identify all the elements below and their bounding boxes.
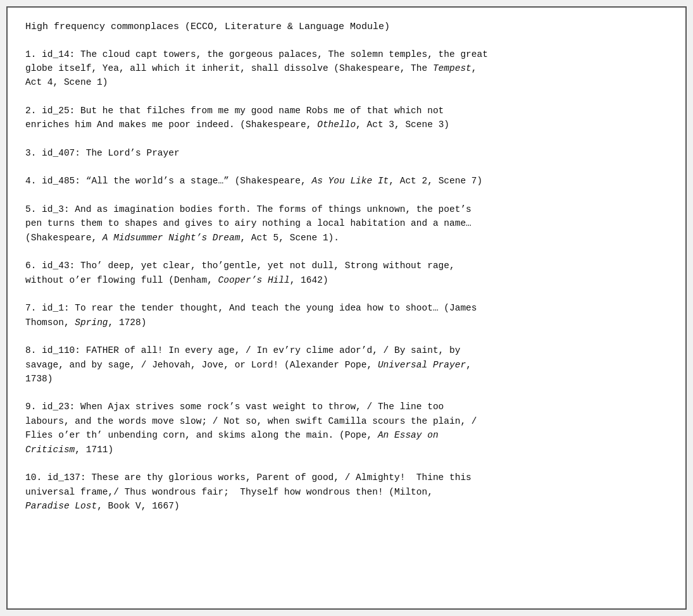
list-item: 3. id_407: The Lord’s Prayer bbox=[25, 146, 668, 160]
entry-text-before: 1. id_14: The cloud capt towers, the gor… bbox=[25, 49, 488, 73]
list-item: 5. id_3: And as imagination bodies forth… bbox=[25, 202, 668, 245]
entry-text-after: , Act 5, Scene 1). bbox=[240, 233, 339, 243]
entry-text-italic: Spring bbox=[75, 317, 108, 328]
entry-text-italic: A Midsummer Night’s Dream bbox=[103, 233, 240, 243]
list-item: 6. id_43: Tho’ deep, yet clear, tho’gent… bbox=[25, 259, 668, 287]
document-title: High frequency commonplaces (ECCO, Liter… bbox=[25, 20, 668, 35]
entry-text-italic: Universal Prayer bbox=[378, 360, 466, 370]
entry-text-italic: Paradise Lost bbox=[25, 501, 97, 511]
entry-text-after: , Book V, 1667) bbox=[97, 501, 180, 511]
entries-list: 1. id_14: The cloud capt towers, the gor… bbox=[25, 47, 668, 514]
document-container: High frequency commonplaces (ECCO, Liter… bbox=[6, 6, 687, 610]
list-item: 4. id_485: “All the world’s a stage…” (S… bbox=[25, 174, 668, 188]
entry-text-after: , 1728) bbox=[108, 317, 147, 328]
entry-text-italic: Othello bbox=[317, 120, 356, 130]
entry-text-before: 4. id_485: “All the world’s a stage…” (S… bbox=[25, 176, 311, 186]
entry-text-after: , Act 2, Scene 7) bbox=[389, 176, 482, 186]
entry-text-after: , 1642) bbox=[290, 275, 328, 285]
entry-text-italic: Cooper’s Hill bbox=[218, 275, 290, 285]
list-item: 7. id_1: To rear the tender thought, And… bbox=[25, 301, 668, 330]
entry-text-after: , Act 3, Scene 3) bbox=[356, 120, 449, 130]
list-item: 9. id_23: When Ajax strives some rock’s … bbox=[25, 400, 668, 457]
list-item: 10. id_137: These are thy glorious works… bbox=[25, 471, 668, 513]
entry-text-after: , 1711) bbox=[75, 445, 113, 455]
entry-text: 3. id_407: The Lord’s Prayer bbox=[25, 148, 180, 158]
list-item: 8. id_110: FATHER of all! In every age, … bbox=[25, 343, 668, 386]
list-item: 2. id_25: But he that filches from me my… bbox=[25, 104, 668, 132]
entry-text-italic: As You Like It bbox=[311, 176, 389, 186]
list-item: 1. id_14: The cloud capt towers, the gor… bbox=[25, 47, 668, 90]
entry-text-italic: Tempest bbox=[433, 63, 471, 73]
entry-text-before: 10. id_137: These are thy glorious works… bbox=[25, 472, 471, 496]
